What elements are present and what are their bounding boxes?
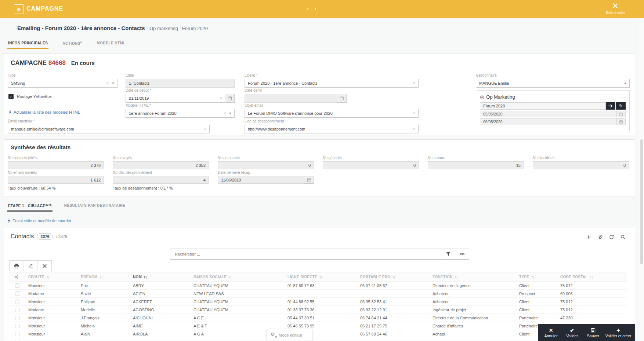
check-icon: ✔: [570, 327, 574, 333]
clear-icon[interactable]: ✕: [217, 96, 225, 100]
attach-icon[interactable]: [598, 235, 603, 239]
sort-icon[interactable]: [455, 275, 458, 279]
chevron-down-icon[interactable]: ▾: [623, 81, 629, 85]
table-row[interactable]: MonsieurJ.FrançoisAICHOUNIA C E05 44 37 …: [9, 314, 627, 322]
date-debut-input[interactable]: [126, 96, 217, 100]
cell-fonction: Acheteur: [430, 298, 517, 306]
clear-icon[interactable]: ✕: [410, 127, 418, 131]
tab-infos-principales[interactable]: INFOS PRINCIPALES: [7, 40, 48, 49]
contacts-rows: MonsieurEricABRYCHATEAU YQUEM01 87 69 72…: [9, 282, 627, 341]
tools-icon: [42, 264, 47, 268]
table-row[interactable]: MadameSuzieACIENNEW LEAD SASAcheteurPros…: [9, 290, 627, 298]
stat-envoyes: Nb envoyés: [113, 156, 209, 169]
search-input[interactable]: [170, 252, 441, 256]
row-checkbox[interactable]: [15, 324, 19, 328]
col-ligne-directe: LIGNE DIRECTE: [285, 272, 358, 282]
filter-icon: [446, 252, 451, 256]
refresh-models-link[interactable]: Actualiser la liste des modèles HTML: [8, 110, 80, 114]
cell-portable-pro: 06 94 18 89 95: [358, 338, 430, 341]
sort-icon[interactable]: [228, 275, 232, 279]
tab-resultats-destinataire[interactable]: RÉSULTATS PAR DESTINATAIRE: [64, 202, 126, 212]
chevron-right-icon[interactable]: ›: [314, 5, 316, 12]
table-row[interactable]: MadameMurielleAGOSTINOCHATEAU YQUEM01 38…: [9, 306, 627, 314]
chevron-down-icon[interactable]: ▾: [228, 111, 234, 115]
calendar-icon: [617, 111, 626, 117]
cell-civilite: Monsieur: [26, 314, 79, 322]
row-checkbox[interactable]: [15, 292, 19, 296]
export-button[interactable]: [23, 261, 37, 271]
validate-button[interactable]: ✔ Valider: [563, 327, 581, 338]
email-sender-input[interactable]: [8, 127, 201, 131]
scrollbar-thumb[interactable]: [640, 139, 643, 264]
chevron-down-icon[interactable]: ▾: [111, 81, 117, 85]
sort-icon[interactable]: [590, 275, 593, 279]
sort-icon[interactable]: [392, 275, 396, 279]
sort-icon[interactable]: [144, 275, 147, 279]
routage-checkbox-row[interactable]: ✓ Routage YellowBox: [8, 94, 52, 99]
objet-email-input[interactable]: [245, 111, 410, 115]
cell-raison-sociale: CHATEAU YQUEM: [191, 306, 285, 314]
clear-icon[interactable]: ✕: [104, 81, 112, 85]
routage-checkbox[interactable]: ✓: [8, 94, 14, 99]
row-checkbox[interactable]: [15, 316, 19, 320]
stat-value: [113, 178, 209, 182]
tools-icon: [612, 3, 618, 8]
validate-and-create-button[interactable]: + Valider et créer: [605, 327, 631, 338]
filter-button[interactable]: [441, 249, 455, 260]
clear-icon[interactable]: ✕: [221, 111, 229, 115]
cell-fonction: Directeur de la Communication: [430, 314, 517, 322]
row-checkbox[interactable]: [15, 283, 19, 288]
plus-icon: +: [616, 327, 620, 333]
clear-icon[interactable]: ✕: [410, 81, 418, 85]
sort-icon[interactable]: [46, 275, 50, 279]
cell-ligne-directe: 01 38 37 73 36: [285, 306, 358, 314]
table-row[interactable]: MonsieurPhilippeACKERETCHATEAU YQUEM01 4…: [9, 298, 627, 306]
tab-modele-html[interactable]: MODELE HTML: [96, 40, 126, 49]
cancel-button[interactable]: ✕ Annuler: [542, 327, 560, 338]
export-icon: [28, 263, 33, 268]
type-input[interactable]: [8, 81, 104, 85]
table-row[interactable]: MonsieurAlainAIROLAA G A06 57 69 24 46Ac…: [9, 330, 627, 338]
envoi-cible-link[interactable]: Envoi cible et modèle de courrier: [7, 219, 71, 223]
more-menu-icon[interactable]: ...: [621, 95, 626, 99]
libelle-input[interactable]: [245, 81, 410, 85]
toolbox-button[interactable]: Boîte à outils: [606, 3, 625, 14]
shuffle-icon[interactable]: [9, 272, 26, 282]
refresh-icon[interactable]: [609, 235, 614, 239]
go-to-arrow-button[interactable]: [606, 102, 615, 110]
cell-code-postal: 75 012: [558, 298, 627, 306]
clear-icon[interactable]: ✕: [201, 127, 209, 131]
visibility-button[interactable]: [455, 249, 469, 260]
editor-mode-button[interactable]: ⚙ ⚙ Mode éditeur: [267, 329, 312, 341]
sort-icon[interactable]: [100, 275, 103, 279]
lien-desabonnement-input[interactable]: [245, 127, 410, 131]
tab-etape1-ciblage[interactable]: ETAPE 1 : CIBLAGE2376: [7, 202, 53, 212]
row-checkbox[interactable]: [15, 308, 19, 312]
edit-pencil-button[interactable]: ✎: [616, 102, 626, 110]
print-button[interactable]: [10, 261, 23, 271]
table-row[interactable]: MonsieurPaulALANSONA P I06 94 18 89 95Co…: [9, 338, 627, 341]
editor-mode-label: Mode éditeur: [279, 333, 302, 337]
tools-button[interactable]: [37, 261, 51, 271]
cell-nom: ALANSON: [131, 338, 191, 341]
table-row[interactable]: MonsieurMicheloAIMEA E & T05 46 55 73 95…: [9, 322, 627, 330]
vertical-scrollbar[interactable]: [639, 18, 644, 341]
sort-icon[interactable]: [319, 275, 323, 279]
email-sender-field: Email émetteur * ✕: [8, 119, 210, 133]
row-checkbox[interactable]: [15, 332, 19, 336]
gestionnaire-select[interactable]: [476, 81, 623, 85]
row-checkbox[interactable]: [15, 300, 19, 304]
table-row[interactable]: MonsieurEricABRYCHATEAU YQUEM01 87 69 72…: [9, 282, 627, 290]
add-icon[interactable]: [586, 235, 591, 239]
modele-html-input[interactable]: [126, 111, 221, 115]
gear-icon: ⚙ ⚙: [271, 332, 276, 338]
clear-icon[interactable]: ✕: [410, 111, 418, 115]
tab-actions[interactable]: ACTIONS0: [62, 40, 83, 49]
chevron-left-icon[interactable]: ‹: [307, 5, 309, 12]
save-button[interactable]: Sauver: [584, 327, 602, 338]
sort-icon[interactable]: [531, 275, 535, 279]
lightning-icon: [8, 110, 12, 114]
search-icon[interactable]: [621, 235, 625, 239]
calendar-icon[interactable]: [225, 94, 235, 103]
cell-raison-sociale: NEW LEAD SAS: [191, 290, 285, 298]
